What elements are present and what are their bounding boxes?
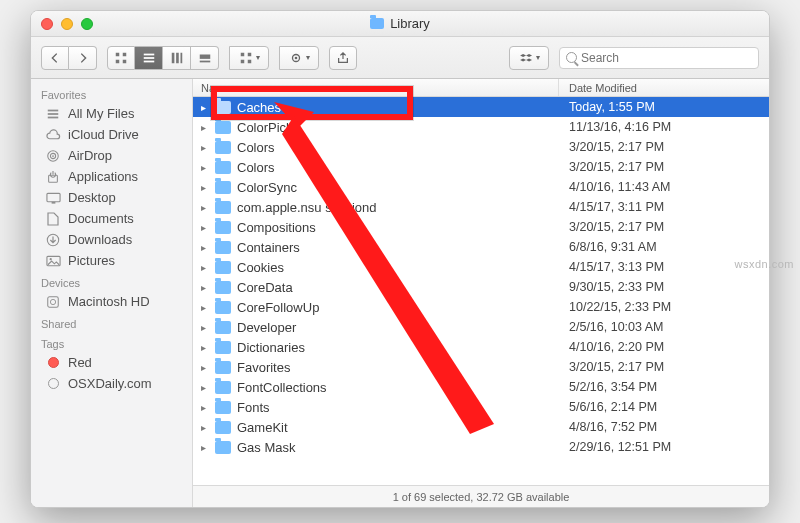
file-row[interactable]: ▸Gas Mask2/29/16, 12:51 PM (193, 437, 769, 457)
sidebar-item-documents[interactable]: Documents (31, 208, 192, 229)
folder-icon (215, 201, 231, 214)
window-body: FavoritesAll My FilesiCloud DriveAirDrop… (31, 79, 769, 507)
column-name[interactable]: Name (193, 79, 559, 96)
share-icon (336, 51, 350, 65)
sidebar-item-red[interactable]: Red (31, 352, 192, 373)
file-name: GameKit (237, 420, 559, 435)
columns-icon (170, 51, 184, 65)
forward-button[interactable] (69, 46, 97, 70)
file-row[interactable]: ▸CachesToday, 1:55 PM (193, 97, 769, 117)
column-view-button[interactable] (163, 46, 191, 70)
svg-rect-26 (51, 201, 55, 203)
file-date: 5/2/16, 3:54 PM (559, 380, 769, 394)
sidebar-item-icloud-drive[interactable]: iCloud Drive (31, 124, 192, 145)
file-date: 5/6/16, 2:14 PM (559, 400, 769, 414)
file-name: Cookies (237, 260, 559, 275)
file-row[interactable]: ▸GameKit4/8/16, 7:52 PM (193, 417, 769, 437)
search-icon (566, 52, 577, 63)
chevron-right-icon (76, 51, 90, 65)
file-row[interactable]: ▸Favorites3/20/15, 2:17 PM (193, 357, 769, 377)
file-row[interactable]: ▸Compositions3/20/15, 2:17 PM (193, 217, 769, 237)
file-row[interactable]: ▸ColorPick11/13/16, 4:16 PM (193, 117, 769, 137)
search-field[interactable] (559, 47, 759, 69)
close-button[interactable] (41, 18, 53, 30)
disclosure-triangle-icon[interactable]: ▸ (201, 282, 211, 293)
disclosure-triangle-icon[interactable]: ▸ (201, 102, 211, 113)
sidebar-item-desktop[interactable]: Desktop (31, 187, 192, 208)
file-name: Favorites (237, 360, 559, 375)
toolbar: ▾ ▾ ▾ (31, 37, 769, 79)
coverflow-view-button[interactable] (191, 46, 219, 70)
file-row[interactable]: ▸Fonts5/6/16, 2:14 PM (193, 397, 769, 417)
search-input[interactable] (581, 51, 752, 65)
share-button[interactable] (329, 46, 357, 70)
disclosure-triangle-icon[interactable]: ▸ (201, 162, 211, 173)
maximize-button[interactable] (81, 18, 93, 30)
sidebar-item-macintosh-hd[interactable]: Macintosh HD (31, 291, 192, 312)
file-name: Gas Mask (237, 440, 559, 455)
file-name: Containers (237, 240, 559, 255)
disclosure-triangle-icon[interactable]: ▸ (201, 322, 211, 333)
list-view-button[interactable] (135, 46, 163, 70)
icon-view-button[interactable] (107, 46, 135, 70)
svg-rect-20 (48, 116, 59, 118)
file-row[interactable]: ▸CoreFollowUp10/22/15, 2:33 PM (193, 297, 769, 317)
svg-rect-3 (123, 59, 127, 63)
disclosure-triangle-icon[interactable]: ▸ (201, 442, 211, 453)
folder-icon (215, 421, 231, 434)
file-row[interactable]: ▸com.apple.nsu sessiond4/15/17, 3:11 PM (193, 197, 769, 217)
disclosure-triangle-icon[interactable]: ▸ (201, 122, 211, 133)
file-row[interactable]: ▸ColorSync4/10/16, 11:43 AM (193, 177, 769, 197)
sidebar-item-downloads[interactable]: Downloads (31, 229, 192, 250)
file-row[interactable]: ▸Containers6/8/16, 9:31 AM (193, 237, 769, 257)
svg-rect-0 (116, 52, 120, 56)
disclosure-triangle-icon[interactable]: ▸ (201, 402, 211, 413)
file-row[interactable]: ▸Colors3/20/15, 2:17 PM (193, 157, 769, 177)
file-row[interactable]: ▸CoreData9/30/15, 2:33 PM (193, 277, 769, 297)
sidebar-item-applications[interactable]: Applications (31, 166, 192, 187)
file-date: 4/10/16, 11:43 AM (559, 180, 769, 194)
tag-red (45, 356, 61, 370)
dropbox-button[interactable]: ▾ (509, 46, 549, 70)
disclosure-triangle-icon[interactable]: ▸ (201, 142, 211, 153)
file-row[interactable]: ▸Developer2/5/16, 10:03 AM (193, 317, 769, 337)
svg-rect-24 (49, 175, 58, 182)
disclosure-triangle-icon[interactable]: ▸ (201, 182, 211, 193)
svg-rect-13 (247, 52, 251, 56)
disclosure-triangle-icon[interactable]: ▸ (201, 362, 211, 373)
sidebar-item-osxdaily-com[interactable]: OSXDaily.com (31, 373, 192, 394)
sidebar-item-airdrop[interactable]: AirDrop (31, 145, 192, 166)
disclosure-triangle-icon[interactable]: ▸ (201, 302, 211, 313)
back-button[interactable] (41, 46, 69, 70)
svg-rect-10 (199, 54, 210, 58)
disclosure-triangle-icon[interactable]: ▸ (201, 342, 211, 353)
arrange-button[interactable]: ▾ (229, 46, 269, 70)
svg-point-31 (50, 299, 55, 304)
disclosure-triangle-icon[interactable]: ▸ (201, 202, 211, 213)
folder-icon (215, 261, 231, 274)
disclosure-triangle-icon[interactable]: ▸ (201, 262, 211, 273)
svg-rect-5 (143, 57, 154, 59)
column-date-modified[interactable]: Date Modified (559, 79, 769, 96)
gear-icon (289, 51, 303, 65)
file-row[interactable]: ▸Colors3/20/15, 2:17 PM (193, 137, 769, 157)
sidebar-item-all-my-files[interactable]: All My Files (31, 103, 192, 124)
sidebar-item-pictures[interactable]: Pictures (31, 250, 192, 271)
arrange-icon (239, 51, 253, 65)
file-row[interactable]: ▸Dictionaries4/10/16, 2:20 PM (193, 337, 769, 357)
file-row[interactable]: ▸Cookies4/15/17, 3:13 PM (193, 257, 769, 277)
sidebar-item-label: Pictures (68, 253, 115, 268)
disclosure-triangle-icon[interactable]: ▸ (201, 242, 211, 253)
action-button[interactable]: ▾ (279, 46, 319, 70)
minimize-button[interactable] (61, 18, 73, 30)
disclosure-triangle-icon[interactable]: ▸ (201, 422, 211, 433)
disclosure-triangle-icon[interactable]: ▸ (201, 222, 211, 233)
file-rows[interactable]: ▸CachesToday, 1:55 PM▸ColorPick11/13/16,… (193, 97, 769, 485)
file-date: 4/10/16, 2:20 PM (559, 340, 769, 354)
file-row[interactable]: ▸FontCollections5/2/16, 3:54 PM (193, 377, 769, 397)
sidebar-item-label: Downloads (68, 232, 132, 247)
file-date: 4/8/16, 7:52 PM (559, 420, 769, 434)
disclosure-triangle-icon[interactable]: ▸ (201, 382, 211, 393)
file-name: com.apple.nsu sessiond (237, 200, 559, 215)
watermark: wsxdn.com (734, 258, 794, 270)
